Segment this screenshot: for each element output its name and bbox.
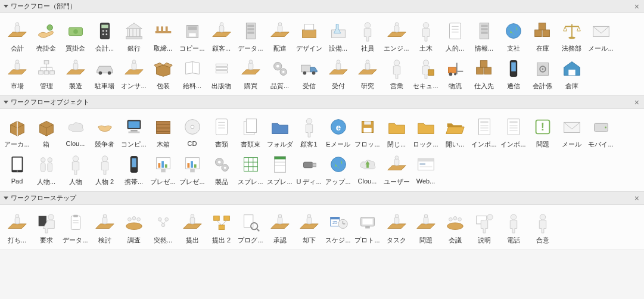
palette-item[interactable]: 携帯... [119,152,148,186]
palette-item[interactable]: プレゼ... [178,152,207,186]
palette-item[interactable]: 市場 [2,57,32,91]
palette-item[interactable]: ! 問題 [528,115,557,149]
palette-item[interactable]: メール... [586,19,615,53]
palette-item[interactable]: 設備... [323,19,353,53]
palette-item[interactable]: ユーザー [382,152,411,186]
palette-item[interactable]: 書類束 [236,115,265,149]
palette-item[interactable]: 会議 [440,211,469,245]
palette-item[interactable]: 0"> Clou... [353,152,382,186]
palette-item[interactable]: 社員 [353,19,382,53]
palette-item[interactable]: フォルダ [265,115,294,149]
palette-item[interactable]: 管理 [32,57,61,91]
palette-item[interactable]: Clou... [61,115,90,149]
palette-item[interactable]: メール [557,115,586,149]
palette-item[interactable]: 木箱 [148,115,178,149]
palette-item[interactable]: 電話 [499,211,528,245]
palette-item[interactable]: コンピ... [119,115,148,149]
palette-item[interactable]: e Eメール [323,115,353,149]
palette-item[interactable]: 土木 [411,19,440,53]
palette-item[interactable]: 倉庫 [557,57,586,91]
palette-item[interactable]: 買掛金 [61,19,90,53]
panel-header[interactable]: ワークフロー（部門） × [0,0,644,13]
palette-item[interactable]: CD [178,115,207,149]
palette-item[interactable]: 承認 [265,211,294,245]
palette-item[interactable]: 包装 [148,57,178,91]
palette-item[interactable]: 受付 [323,57,353,91]
palette-item[interactable]: 突然... [148,211,178,245]
palette-item[interactable]: 品質... [265,57,294,91]
palette-item[interactable]: 駐車場 [90,57,119,91]
palette-item[interactable]: Web... [411,152,440,186]
palette-item[interactable]: デザイン [294,19,323,53]
palette-item[interactable]: プログ... [236,211,265,245]
palette-item[interactable]: 人物 2 [90,152,119,186]
palette-item[interactable]: データ... [236,19,265,53]
palette-item[interactable]: 顧客... [207,19,236,53]
palette-item[interactable]: モバイ... [586,115,615,149]
palette-item[interactable]: 顧客1 [294,115,323,149]
panel-header[interactable]: ワークフローステップ × [0,192,644,205]
palette-item[interactable]: スプレ... [236,152,265,186]
palette-item[interactable]: 提出 2 [207,211,236,245]
palette-item[interactable]: 支社 [499,19,528,53]
panel-header[interactable]: ワークフローオブジェクト × [0,96,644,109]
palette-item[interactable]: 競争者 [90,115,119,149]
palette-item[interactable]: 情報... [469,19,499,53]
palette-item[interactable]: 人的... [440,19,469,53]
palette-item[interactable]: 人物... [32,152,61,186]
close-icon[interactable]: × [634,2,639,11]
palette-item[interactable]: 在庫 [528,19,557,53]
palette-item[interactable]: 0"> 要求 [32,211,61,245]
palette-item[interactable]: 通信 [499,57,528,91]
palette-item[interactable]: 人物 [61,152,90,186]
palette-item[interactable]: フロッ... [353,115,382,149]
palette-item[interactable]: 却下 [294,211,323,245]
palette-item[interactable]: ロック... [411,115,440,149]
palette-item[interactable]: アップ... [323,152,353,186]
palette-item[interactable]: 製品 [207,152,236,186]
palette-item[interactable]: 会計... [90,19,119,53]
palette-item[interactable]: 会計係 [528,57,557,91]
palette-item[interactable]: 製造 [61,57,90,91]
palette-item[interactable]: U ディ... [294,152,323,186]
palette-item[interactable]: 会計 [2,19,32,53]
palette-item[interactable]: 出版物 [207,57,236,91]
palette-item[interactable]: プロト... [353,211,382,245]
palette-item[interactable]: 検討 [90,211,119,245]
palette-item[interactable]: 0"> アーカ... [2,115,32,149]
palette-item[interactable]: 調査 [119,211,148,245]
palette-item[interactable]: 提出 [178,211,207,245]
palette-item[interactable]: 仕入先 [469,57,499,91]
palette-item[interactable]: 営業 [382,57,411,91]
palette-item[interactable]: 購買 [236,57,265,91]
palette-item[interactable]: Pad [2,152,32,186]
palette-item[interactable]: コピー... [178,19,207,53]
palette-item[interactable]: 合意 [528,211,557,245]
palette-item[interactable]: 法務部 [557,19,586,53]
palette-item[interactable]: 研究 [353,57,382,91]
palette-item[interactable]: エンジ... [382,19,411,53]
palette-item[interactable]: 0"> セキュ... [411,57,440,91]
palette-item[interactable]: スプレ... [265,152,294,186]
palette-item[interactable]: 売掛金 [32,19,61,53]
palette-item[interactable]: インボ... [469,115,499,149]
palette-item[interactable]: 0"> 説明 [469,211,499,245]
palette-item[interactable]: 問題 [411,211,440,245]
palette-item[interactable]: インボ... [499,115,528,149]
close-icon[interactable]: × [634,98,639,107]
palette-item[interactable]: 書類 [207,115,236,149]
palette-item[interactable]: 配達 [265,19,294,53]
palette-item[interactable]: 物流 [440,57,469,91]
close-icon[interactable]: × [634,194,639,203]
palette-item[interactable]: 給料... [178,57,207,91]
palette-item[interactable]: 閉じ... [382,115,411,149]
palette-item[interactable]: オンサ... [119,57,148,91]
palette-item[interactable]: 取締... [148,19,178,53]
palette-item[interactable]: 開い... [440,115,469,149]
palette-item[interactable]: タスク [382,211,411,245]
palette-item[interactable]: プレゼ... [148,152,178,186]
palette-item[interactable]: 打ち... [2,211,32,245]
palette-item[interactable]: データ... [61,211,90,245]
palette-item[interactable]: 25 スケジ... [323,211,353,245]
palette-item[interactable]: 銀行 [119,19,148,53]
